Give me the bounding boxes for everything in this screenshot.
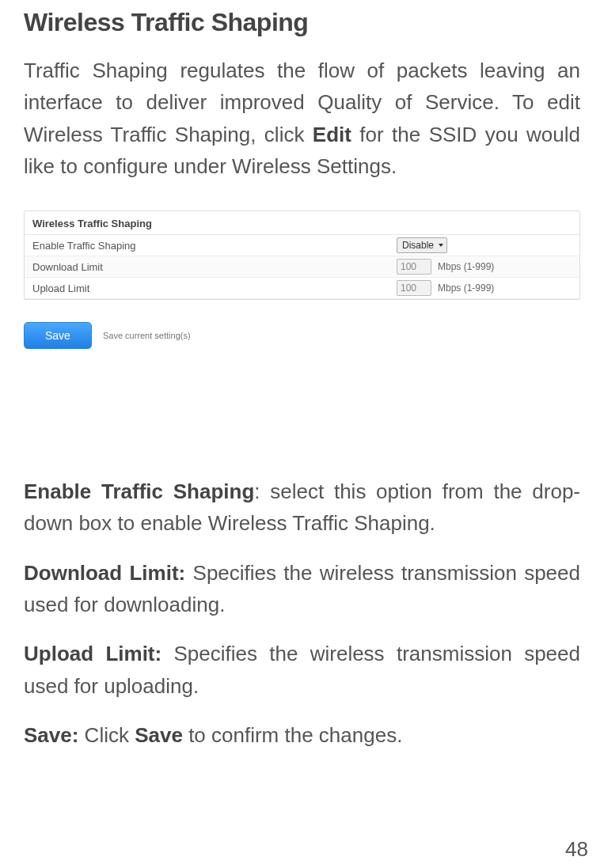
panel-title: Wireless Traffic Shaping [25,211,579,235]
chevron-down-icon [439,244,443,247]
enable-traffic-shaping-select[interactable]: Disable [397,237,447,253]
term-download: Download Limit: [24,561,185,585]
text-save2: to confirm the changes. [183,723,402,747]
upload-limit-unit: Mbps (1-999) [438,282,494,294]
download-limit-unit: Mbps (1-999) [438,261,494,272]
settings-panel: Wireless Traffic Shaping Enable Traffic … [24,210,580,300]
row-enable-traffic-shaping: Enable Traffic Shaping Disable [25,235,579,256]
def-download-limit: Download Limit: Specifies the wireless t… [24,557,580,621]
text-save1: Click [78,723,135,747]
upload-limit-input[interactable] [397,280,431,296]
row-download-limit: Download Limit Mbps (1-999) [25,256,579,278]
save-hint-text: Save current setting(s) [103,331,191,340]
spacer [24,381,580,476]
term-upload: Upload Limit: [24,642,161,665]
intro-bold-edit: Edit [313,123,351,146]
bold-save: Save [135,723,183,747]
save-button[interactable]: Save [24,322,92,349]
label-download-limit: Download Limit [32,261,397,273]
enable-traffic-shaping-value: Disable [402,240,434,251]
def-save: Save: Click Save to confirm the changes. [24,719,580,751]
term-enable: Enable Traffic Shaping [24,479,254,503]
intro-paragraph: Traffic Shaping regulates the flow of pa… [24,55,580,182]
def-upload-limit: Upload Limit: Specifies the wireless tra… [24,638,580,702]
row-upload-limit: Upload Limit Mbps (1-999) [25,278,579,299]
page-number: 48 [565,837,588,862]
label-enable-traffic-shaping: Enable Traffic Shaping [32,240,397,252]
save-row: Save Save current setting(s) [24,322,580,349]
label-upload-limit: Upload Limit [32,282,397,294]
definition-list: Enable Traffic Shaping: select this opti… [24,476,580,751]
download-limit-input[interactable] [397,259,431,275]
def-enable-traffic-shaping: Enable Traffic Shaping: select this opti… [24,476,580,540]
term-save: Save: [24,723,78,747]
page-heading: Wireless Traffic Shaping [24,8,580,37]
